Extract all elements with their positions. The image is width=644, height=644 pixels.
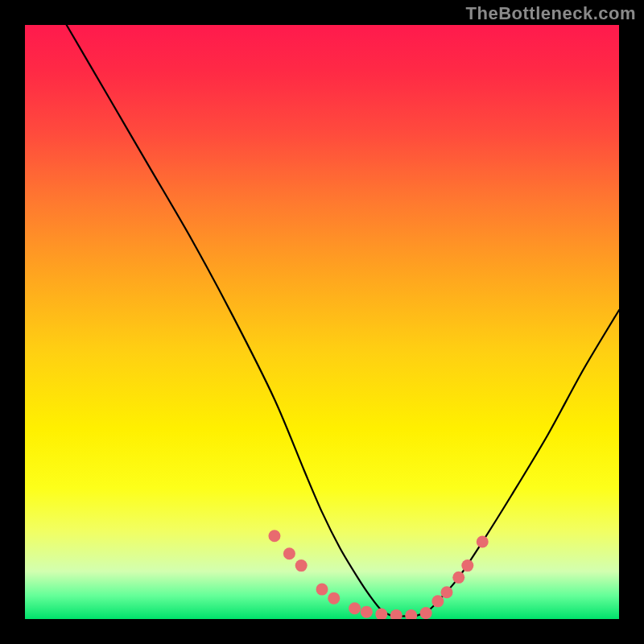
- curve-line: [67, 25, 619, 617]
- chart-svg: [25, 25, 619, 619]
- data-point: [295, 559, 308, 572]
- data-point: [461, 559, 473, 572]
- attribution-text: TheBottleneck.com: [466, 3, 636, 24]
- data-point: [420, 607, 432, 619]
- data-point: [452, 572, 464, 584]
- plot-area: [25, 25, 619, 619]
- data-point: [375, 609, 387, 619]
- data-point: [405, 609, 417, 619]
- data-point: [316, 584, 328, 596]
- data-point: [440, 586, 452, 598]
- data-point: [328, 592, 340, 605]
- data-point: [268, 530, 280, 542]
- data-point: [390, 609, 402, 619]
- data-point: [283, 547, 295, 559]
- data-point: [349, 602, 361, 614]
- data-point: [477, 536, 489, 548]
- chart-container: TheBottleneck.com: [0, 0, 644, 644]
- data-point: [431, 595, 444, 607]
- data-point: [361, 606, 373, 618]
